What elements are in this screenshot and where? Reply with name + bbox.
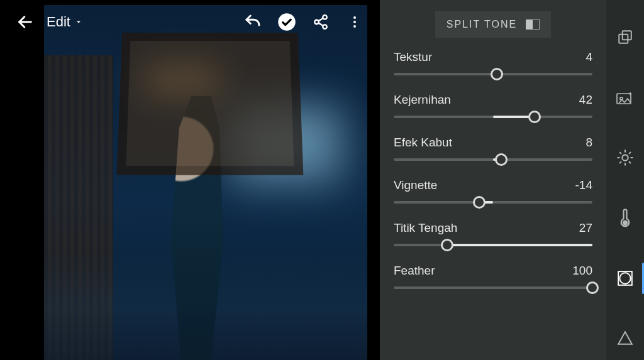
- slider-value: -14: [575, 178, 592, 192]
- slider-list: Tekstur4Kejernihan42Efek Kabut8Vignette-…: [394, 50, 592, 307]
- section-title: SPLIT TONE: [447, 19, 517, 30]
- svg-point-7: [353, 16, 356, 19]
- svg-line-6: [318, 23, 323, 26]
- confirm-icon[interactable]: [274, 9, 299, 35]
- slider-label: Efek Kabut: [394, 136, 452, 150]
- app-root: Edit SPLIT TONE Tekstur4Kejernihan42Efek…: [0, 0, 644, 360]
- svg-point-4: [323, 25, 327, 29]
- effects-icon[interactable]: [613, 266, 637, 290]
- svg-point-27: [619, 273, 630, 283]
- svg-rect-12: [623, 31, 631, 40]
- edit-menu[interactable]: Edit: [47, 14, 83, 30]
- svg-point-3: [314, 20, 319, 25]
- slider-label: Feather: [394, 264, 435, 278]
- more-icon[interactable]: [342, 9, 367, 35]
- detail-icon[interactable]: [613, 327, 637, 351]
- slider-label: Titik Tengah: [394, 221, 457, 235]
- svg-line-24: [630, 153, 631, 154]
- svg-point-1: [278, 13, 296, 31]
- slider-track[interactable]: [394, 158, 592, 161]
- slider-row: Vignette-14: [394, 178, 592, 204]
- svg-point-2: [323, 15, 327, 19]
- slider-handle[interactable]: [441, 239, 453, 251]
- slider-value: 100: [572, 264, 592, 278]
- slider-row: Tekstur4: [394, 50, 592, 75]
- svg-line-19: [620, 153, 621, 154]
- slider-row: Kejernihan42: [394, 93, 592, 118]
- section-split-tone[interactable]: SPLIT TONE: [435, 11, 551, 38]
- svg-marker-28: [618, 332, 632, 344]
- slider-handle[interactable]: [491, 68, 503, 80]
- slider-value: 42: [579, 93, 592, 107]
- svg-point-8: [353, 21, 356, 23]
- svg-line-23: [620, 162, 621, 163]
- slider-row: Efek Kabut8: [394, 136, 592, 161]
- color-temp-icon[interactable]: [613, 206, 637, 230]
- photo-preview[interactable]: [44, 5, 367, 360]
- slider-label: Vignette: [394, 178, 437, 192]
- slider-row: Titik Tengah27: [394, 221, 592, 246]
- slider-value: 27: [579, 221, 592, 235]
- svg-rect-13: [619, 35, 628, 43]
- slider-value: 4: [586, 50, 592, 64]
- slider-track[interactable]: [394, 201, 592, 204]
- svg-point-9: [353, 25, 356, 28]
- undo-icon[interactable]: [240, 9, 265, 35]
- svg-line-5: [318, 18, 323, 21]
- controls-panel: SPLIT TONE Tekstur4Kejernihan42Efek Kabu…: [380, 0, 606, 360]
- slider-track[interactable]: [394, 116, 592, 118]
- auto-enhance-icon[interactable]: [613, 85, 637, 109]
- slider-value: 8: [586, 136, 592, 150]
- svg-rect-26: [618, 271, 632, 285]
- back-icon[interactable]: [13, 9, 38, 35]
- svg-point-25: [623, 221, 627, 225]
- copies-icon[interactable]: [613, 25, 637, 49]
- slider-track[interactable]: [394, 244, 592, 246]
- split-tone-icon: [526, 19, 540, 30]
- slider-row: Feather100: [394, 264, 592, 289]
- slider-handle[interactable]: [473, 196, 486, 209]
- edit-menu-label: Edit: [47, 14, 70, 30]
- slider-track[interactable]: [394, 73, 592, 75]
- svg-rect-11: [526, 19, 533, 30]
- svg-point-16: [622, 155, 628, 160]
- slider-label: Tekstur: [394, 50, 432, 64]
- slider-handle[interactable]: [495, 153, 508, 166]
- slider-handle[interactable]: [528, 111, 541, 123]
- chevron-down-icon: [74, 18, 83, 26]
- share-icon[interactable]: [308, 9, 333, 35]
- slider-label: Kejernihan: [394, 93, 451, 107]
- svg-line-20: [630, 162, 631, 163]
- light-icon[interactable]: [613, 146, 637, 170]
- top-toolbar: Edit: [0, 0, 380, 44]
- image-panel: Edit: [0, 0, 380, 360]
- slider-track[interactable]: [394, 286, 592, 289]
- slider-handle[interactable]: [586, 281, 599, 294]
- tool-rail: [606, 0, 644, 360]
